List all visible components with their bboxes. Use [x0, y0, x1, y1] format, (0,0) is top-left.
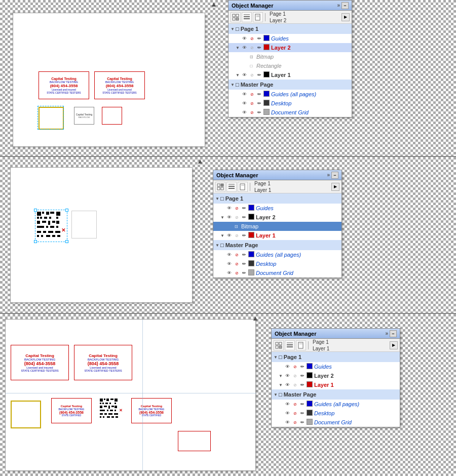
tree-row-layer2-1[interactable]: ▼ 👁 ⊘ ✏ Layer 2: [229, 43, 352, 52]
layer-icon-3[interactable]: [285, 340, 295, 350]
svg-rect-73: [103, 416, 104, 418]
red-rect-3: [178, 431, 211, 451]
expand-tree-btn-3[interactable]: ▶: [390, 341, 398, 349]
tree-row-guides-1[interactable]: 👁 ⊘ ✏ Guides: [229, 34, 352, 43]
svg-rect-27: [46, 226, 48, 228]
obj-manager-title-1: Object Manager » −: [229, 1, 352, 11]
tree-row-desktop-2[interactable]: 👁 ⊘ ✏ Desktop: [213, 259, 341, 268]
grid-icon-1[interactable]: [231, 12, 241, 22]
canvas-arrow-2: ▲: [197, 157, 204, 165]
tree-row-layer2-2[interactable]: ▼ 👁 ⊘ ✏ Layer 2: [213, 213, 341, 222]
tree-row-layer1-2[interactable]: ▼ 👁 ⊘ ✏ Layer 1: [213, 231, 341, 240]
expand-tree-btn-1[interactable]: ▶: [341, 13, 350, 21]
svg-rect-55: [102, 403, 104, 404]
object-manager-1: Object Manager » − Page 1: [228, 0, 352, 117]
label-card-3c: Capital Testing BACKFLOW TESTING (804) 4…: [51, 398, 92, 423]
obj-manager-toolbar-1: Page 1 Layer 2 ▶: [229, 11, 352, 24]
svg-rect-82: [287, 346, 293, 347]
svg-rect-7: [255, 14, 260, 20]
minimize-btn-2[interactable]: −: [331, 172, 338, 179]
tree-row-layer1-1[interactable]: ▼ 👁 ⊘ ✏ Layer 1: [229, 70, 352, 80]
tree-row-bitmap-1[interactable]: ⊡ Bitmap: [229, 52, 352, 61]
svg-rect-57: [109, 403, 111, 404]
tree-row-guides-all-1[interactable]: 👁 ⊘ ✏ Guides (all pages): [229, 90, 352, 99]
expand-icon-2[interactable]: »: [327, 172, 330, 178]
minimize-btn-1[interactable]: −: [341, 2, 349, 9]
svg-rect-15: [56, 212, 60, 216]
svg-rect-53: [115, 399, 118, 402]
tree-row-docgrid-1[interactable]: 👁 ⊘ ✏ Document Grid: [229, 108, 352, 117]
svg-rect-84: [298, 342, 303, 348]
tree-row-guides-3[interactable]: 👁 ⊘ ✏ Guides: [272, 362, 400, 371]
svg-rect-44: [229, 188, 235, 189]
grid-icon-2[interactable]: [215, 182, 225, 192]
svg-rect-35: [41, 235, 43, 237]
svg-rect-42: [221, 187, 223, 190]
svg-rect-62: [111, 406, 114, 407]
obj-manager-title-text-2: Object Manager: [216, 172, 258, 178]
page-icon-1[interactable]: [253, 12, 263, 22]
svg-rect-1: [236, 14, 239, 17]
qr-x-mark-3: ✕: [119, 408, 123, 413]
svg-rect-81: [287, 344, 293, 345]
layer-icon-2[interactable]: [226, 182, 237, 192]
svg-rect-38: [57, 235, 60, 237]
expand-icon-3[interactable]: »: [385, 331, 388, 336]
canvas-area-1: Capital Testing BACKFLOW TESTING (804) 4…: [0, 0, 223, 156]
svg-rect-71: [114, 413, 118, 415]
svg-rect-40: [221, 184, 223, 186]
frame-3a: [11, 401, 41, 428]
label-card-3d: Capital Testing BACKFLOW TESTING (804) 4…: [131, 398, 172, 423]
svg-rect-28: [50, 226, 54, 228]
grid-icon-3[interactable]: [274, 340, 284, 350]
svg-rect-56: [105, 403, 108, 404]
svg-rect-51: [106, 399, 109, 401]
svg-rect-26: [37, 226, 44, 228]
tree-row-docgrid-2[interactable]: 👁 ⊘ ✏ Document Grid: [213, 268, 341, 277]
expand-icon-1[interactable]: »: [337, 3, 340, 8]
svg-rect-80: [279, 346, 282, 348]
svg-rect-79: [276, 346, 278, 348]
tree-row-guides-all-2[interactable]: 👁 ⊘ ✏ Guides (all pages): [213, 250, 341, 259]
layer-icon-1[interactable]: [242, 12, 252, 22]
svg-rect-12: [42, 212, 44, 214]
tree-row-bitmap-2[interactable]: ⊡ Bitmap: [213, 222, 341, 231]
svg-rect-29: [56, 226, 58, 228]
svg-rect-54: [100, 403, 101, 404]
obj-manager-toolbar-3: Page 1 Layer 1 ▶: [272, 339, 400, 352]
tree-row-layer1-3[interactable]: ▼ 👁 ⊘ ✏ Layer 1: [272, 380, 400, 389]
tree-row-guides-2[interactable]: 👁 ⊘ ✏ Guides: [213, 204, 341, 213]
svg-rect-70: [108, 413, 112, 415]
svg-rect-69: [104, 413, 107, 415]
canvas-area-3: Capital Testing BACKFLOW TESTING (804) 4…: [0, 314, 263, 476]
svg-rect-74: [107, 416, 110, 418]
svg-rect-76: [116, 416, 118, 418]
page-icon-2[interactable]: [238, 182, 248, 192]
svg-rect-58: [115, 403, 116, 404]
obj-manager-body-1: ▼ □ Page 1 👁 ⊘ ✏ Guides: [229, 24, 352, 117]
page-icon-3[interactable]: [296, 340, 306, 350]
page1-section-1: ▼ □ Page 1: [229, 24, 352, 34]
svg-rect-66: [110, 410, 113, 411]
guide-line-v: [142, 320, 143, 471]
minimize-btn-3[interactable]: −: [390, 330, 397, 337]
tree-row-guides-all-3[interactable]: 👁 ⊘ ✏ Guides (all pages): [272, 400, 400, 409]
label-card-3b: Capital Testing BACKFLOW TESTING (804) 4…: [74, 345, 132, 380]
svg-rect-23: [48, 221, 50, 225]
svg-rect-83: [287, 342, 293, 343]
svg-rect-78: [279, 342, 282, 345]
tree-row-rect-1[interactable]: □ Rectangle: [229, 61, 352, 70]
tree-row-desktop-1[interactable]: 👁 ⊘ ✏ Desktop: [229, 99, 352, 108]
svg-rect-6: [244, 14, 250, 15]
tree-row-desktop-3[interactable]: 👁 ⊘ ✏ Desktop: [272, 409, 400, 418]
svg-rect-25: [56, 221, 59, 224]
obj-manager-body-2: ▼ □ Page 1 👁 ⊘ ✏ Guides: [213, 193, 341, 277]
svg-rect-46: [240, 184, 245, 190]
obj-manager-title-3: Object Manager » −: [272, 329, 400, 339]
tree-row-layer2-3[interactable]: ▼ 👁 ⊘ ✏ Layer 2: [272, 371, 400, 380]
canvas-area-2: ✕ ▲: [0, 157, 208, 313]
expand-tree-btn-2[interactable]: ▶: [331, 183, 339, 191]
tree-row-docgrid-3[interactable]: 👁 ⊘ ✏ Document Grid: [272, 418, 400, 427]
svg-rect-19: [49, 217, 51, 219]
svg-rect-63: [115, 406, 117, 408]
